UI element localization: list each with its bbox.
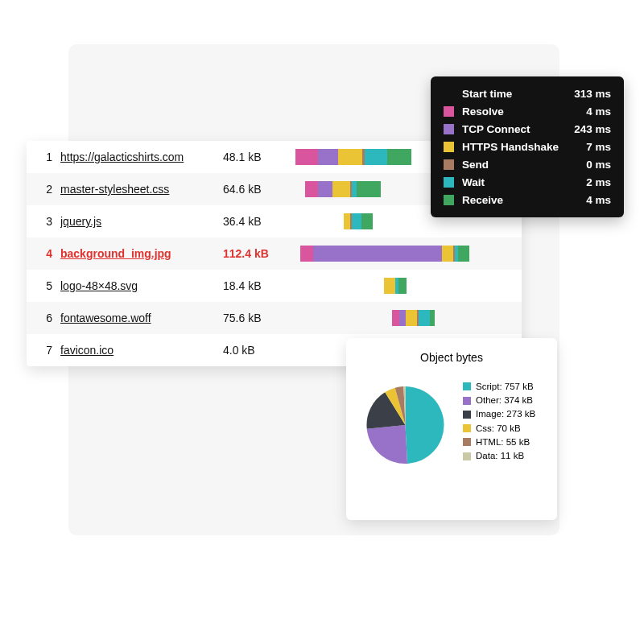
- timing-segment-receive: [458, 246, 469, 262]
- pie-legend: Script: 757 kBOther: 374 kBImage: 273 kB…: [463, 380, 535, 464]
- timing-segment-tcp: [399, 310, 406, 326]
- resource-size: 75.6 kB: [223, 312, 295, 324]
- resource-name[interactable]: logo-48×48.svg: [60, 279, 223, 292]
- timing-value: 4 ms: [586, 194, 611, 206]
- waterfall-row[interactable]: 5logo-48×48.svg18.4 kB: [27, 270, 522, 302]
- pie-legend-row: Data: 11 kB: [463, 449, 535, 463]
- timing-bar[interactable]: [344, 213, 373, 229]
- pie-legend-row: Image: 273 kB: [463, 407, 535, 421]
- timing-segment-https: [338, 149, 362, 165]
- legend-swatch: [463, 382, 471, 390]
- legend-label: HTML: 55 kB: [476, 436, 530, 449]
- timing-segment-https: [406, 310, 417, 326]
- timing-label: Start time: [462, 88, 574, 100]
- timing-label: HTTPS Handshake: [462, 141, 586, 153]
- swatch-send: [444, 159, 454, 170]
- pie-legend-row: Css: 70 kB: [463, 422, 535, 436]
- legend-label: Data: 11 kB: [476, 449, 524, 463]
- resource-name[interactable]: master-stylesheet.css: [60, 183, 223, 196]
- timing-segment-https: [332, 181, 350, 197]
- legend-label: Other: 374 kB: [476, 394, 533, 407]
- timing-row: TCP Connect243 ms: [444, 123, 611, 135]
- legend-label: Image: 273 kB: [476, 407, 535, 421]
- timing-value: 243 ms: [574, 123, 611, 135]
- pie-title: Object bytes: [359, 351, 544, 364]
- row-index: 7: [38, 344, 52, 357]
- swatch-tcp: [444, 124, 454, 134]
- timing-label: Wait: [462, 176, 586, 188]
- row-index: 4: [38, 247, 52, 260]
- timing-segment-receive: [387, 149, 411, 165]
- resource-size: 112.4 kB: [223, 247, 295, 260]
- timing-segment-tcp: [318, 149, 338, 165]
- timing-bar-cell: [295, 246, 510, 262]
- pie-chart: [359, 375, 452, 468]
- row-index: 5: [38, 279, 52, 292]
- timing-bar[interactable]: [392, 310, 435, 326]
- pie-slice-other[interactable]: [367, 425, 407, 464]
- legend-swatch: [463, 411, 471, 419]
- legend-swatch: [463, 397, 471, 405]
- legend-swatch: [463, 424, 471, 432]
- timing-row: Resolve4 ms: [444, 105, 611, 118]
- waterfall-row[interactable]: 4background_img.jpg112.4 kB: [27, 237, 522, 270]
- resource-name[interactable]: fontawesome.woff: [60, 312, 223, 324]
- timing-segment-resolve: [295, 149, 318, 165]
- timing-segment-resolve: [392, 310, 399, 326]
- waterfall-row[interactable]: 6fontawesome.woff75.6 kB: [27, 302, 522, 334]
- timing-bar[interactable]: [295, 149, 411, 165]
- pie-legend-row: Script: 757 kB: [463, 380, 535, 394]
- timing-segment-receive: [398, 278, 407, 294]
- swatch-https: [444, 142, 454, 152]
- timing-label: Receive: [462, 194, 586, 206]
- legend-label: Script: 757 kB: [476, 380, 534, 394]
- resource-size: 64.6 kB: [223, 183, 295, 196]
- timing-value: 7 ms: [586, 141, 611, 153]
- pie-legend-row: HTML: 55 kB: [463, 436, 535, 449]
- resource-name[interactable]: https://galacticshirts.com: [60, 151, 223, 163]
- resource-name[interactable]: background_img.jpg: [60, 247, 223, 260]
- row-index: 3: [38, 215, 52, 228]
- resource-size: 4.0 kB: [223, 344, 295, 357]
- timing-segment-receive: [357, 181, 381, 197]
- legend-swatch: [463, 452, 471, 460]
- timing-value: 2 ms: [586, 176, 611, 188]
- pie-slice-script[interactable]: [406, 386, 444, 464]
- legend-label: Css: 70 kB: [476, 422, 521, 436]
- timing-row: Send0 ms: [444, 159, 611, 171]
- timing-segment-receive: [430, 310, 435, 326]
- timing-bar-cell: [295, 278, 510, 294]
- object-bytes-card: Object bytes Script: 757 kBOther: 374 kB…: [346, 338, 557, 520]
- timing-segment-https: [384, 278, 395, 294]
- resource-size: 36.4 kB: [223, 215, 295, 228]
- resource-name[interactable]: favicon.ico: [60, 344, 223, 357]
- timing-tooltip: Start time313 msResolve4 msTCP Connect24…: [431, 76, 624, 217]
- timing-segment-resolve: [305, 181, 318, 197]
- timing-segment-tcp: [318, 181, 332, 197]
- resource-size: 48.1 kB: [223, 151, 295, 163]
- timing-segment-resolve: [300, 246, 313, 262]
- timing-label: TCP Connect: [462, 123, 574, 135]
- swatch-resolve: [444, 106, 454, 117]
- timing-row: HTTPS Handshake7 ms: [444, 141, 611, 153]
- swatch-wait: [444, 177, 454, 188]
- timing-segment-https: [442, 246, 453, 262]
- row-index: 6: [38, 312, 52, 324]
- timing-bar[interactable]: [300, 246, 469, 262]
- timing-label: Send: [462, 159, 586, 171]
- timing-segment-wait: [419, 310, 430, 326]
- timing-segment-receive: [361, 213, 373, 229]
- timing-bar[interactable]: [384, 278, 407, 294]
- resource-name[interactable]: jquery.js: [60, 215, 223, 228]
- timing-segment-tcp: [313, 246, 442, 262]
- timing-segment-wait: [365, 149, 387, 165]
- timing-segment-https: [344, 213, 350, 229]
- swatch-receive: [444, 195, 454, 205]
- timing-bar[interactable]: [305, 181, 381, 197]
- timing-bar-cell: [295, 310, 510, 326]
- timing-row: Start time313 ms: [444, 88, 611, 100]
- legend-swatch: [463, 438, 471, 446]
- pie-legend-row: Other: 374 kB: [463, 394, 535, 407]
- row-index: 2: [38, 183, 52, 196]
- timing-segment-wait: [352, 213, 361, 229]
